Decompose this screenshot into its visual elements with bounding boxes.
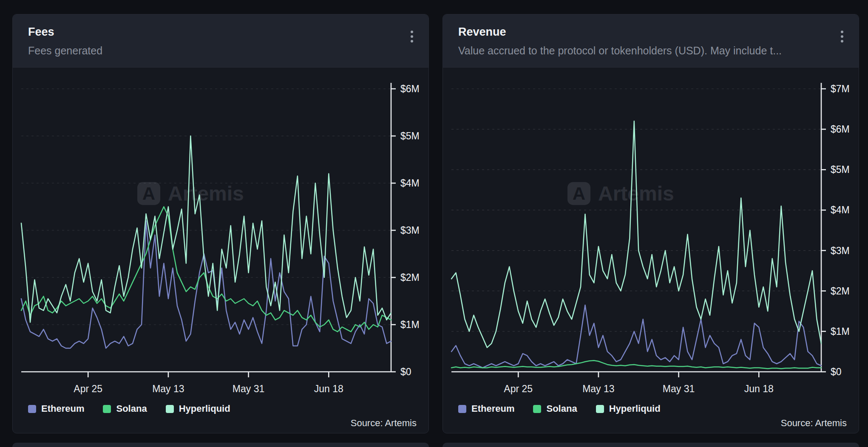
revenue-chart-canvas[interactable]: AArtemis$0$1M$2M$3M$4M$5M$6M$7MApr 25May… xyxy=(443,68,859,403)
fees-chart-legend: Ethereum Solana Hyperliquid xyxy=(25,403,417,414)
kebab-menu-icon[interactable] xyxy=(838,28,846,45)
y-axis-label: $1M xyxy=(831,326,850,337)
y-axis-label: $4M xyxy=(831,204,850,215)
legend-item-ethereum[interactable]: Ethereum xyxy=(28,403,84,414)
y-axis-label: $0 xyxy=(400,366,411,377)
y-axis-label: $5M xyxy=(400,130,420,141)
y-axis-label: $2M xyxy=(831,286,850,297)
legend-item-solana[interactable]: Solana xyxy=(533,403,577,414)
x-axis-label: Jun 18 xyxy=(744,383,774,394)
series-line-hyperliquid xyxy=(451,121,821,348)
x-axis-label: May 13 xyxy=(582,383,614,394)
x-axis-label: May 31 xyxy=(663,383,695,394)
card-subtitle-revenue: Value accrued to the protocol or tokenho… xyxy=(458,45,843,57)
y-axis-label: $3M xyxy=(400,225,420,236)
y-axis-label: $5M xyxy=(831,164,850,175)
x-axis-label: Apr 25 xyxy=(74,383,102,394)
x-axis-label: May 13 xyxy=(152,383,184,394)
y-axis-label: $1M xyxy=(400,319,420,330)
legend-label-ethereum: Ethereum xyxy=(471,403,514,414)
y-axis-label: $4M xyxy=(400,178,420,189)
y-axis-label: $3M xyxy=(831,245,850,256)
fees-chart-canvas[interactable]: AArtemis$0$1M$2M$3M$4M$5M$6MApr 25May 13… xyxy=(13,68,429,403)
series-line-hyperliquid xyxy=(21,136,391,323)
y-axis-label: $0 xyxy=(831,366,842,377)
legend-label-solana: Solana xyxy=(546,403,577,414)
next-card-top-right xyxy=(443,443,859,447)
artemis-watermark: AArtemis xyxy=(137,182,244,205)
fees-card-header: Fees Fees generated xyxy=(13,14,428,68)
source-attribution: Source: Artemis xyxy=(781,418,847,429)
dashboard: Fees Fees generated AArtemis$0$1M$2M$3M$… xyxy=(0,0,868,433)
solana-swatch-icon xyxy=(533,405,541,413)
x-axis-label: Apr 25 xyxy=(504,383,533,394)
revenue-chart-area: AArtemis$0$1M$2M$3M$4M$5M$6M$7MApr 25May… xyxy=(443,68,859,403)
y-axis-label: $6M xyxy=(831,124,850,135)
y-axis-label: $7M xyxy=(831,83,850,94)
legend-item-ethereum[interactable]: Ethereum xyxy=(458,403,514,414)
legend-label-solana: Solana xyxy=(116,403,147,414)
svg-text:Artemis: Artemis xyxy=(168,182,244,205)
revenue-chart-legend: Ethereum Solana Hyperliquid xyxy=(455,403,847,414)
next-card-top-left xyxy=(12,443,429,447)
fees-chart-area: AArtemis$0$1M$2M$3M$4M$5M$6MApr 25May 13… xyxy=(13,68,428,403)
series-line-solana xyxy=(451,360,821,368)
legend-item-solana[interactable]: Solana xyxy=(103,403,147,414)
y-axis-label: $6M xyxy=(400,83,420,94)
legend-label-hyperliquid: Hyperliquid xyxy=(179,403,230,414)
card-subtitle-fees: Fees generated xyxy=(28,45,413,57)
svg-text:A: A xyxy=(142,184,155,204)
x-axis-label: May 31 xyxy=(233,383,264,394)
hyperliquid-swatch-icon xyxy=(166,405,174,413)
revenue-card-footer: Ethereum Solana Hyperliquid Source: Arte… xyxy=(443,403,859,433)
fees-card-footer: Ethereum Solana Hyperliquid Source: Arte… xyxy=(13,403,428,433)
card-title-revenue: Revenue xyxy=(458,25,843,39)
legend-item-hyperliquid[interactable]: Hyperliquid xyxy=(596,403,661,414)
legend-label-ethereum: Ethereum xyxy=(41,403,84,414)
series-line-ethereum xyxy=(21,221,391,348)
solana-swatch-icon xyxy=(103,405,111,413)
series-line-ethereum xyxy=(451,305,821,368)
hyperliquid-swatch-icon xyxy=(596,405,604,413)
next-row-preview xyxy=(0,443,868,447)
card-title-fees: Fees xyxy=(28,25,413,39)
fees-card: Fees Fees generated AArtemis$0$1M$2M$3M$… xyxy=(12,14,429,433)
ethereum-swatch-icon xyxy=(458,405,466,413)
x-axis-label: Jun 18 xyxy=(314,383,343,394)
y-axis-label: $2M xyxy=(400,272,420,283)
artemis-watermark: AArtemis xyxy=(567,182,674,205)
revenue-card-header: Revenue Value accrued to the protocol or… xyxy=(443,14,859,68)
source-attribution: Source: Artemis xyxy=(351,418,417,429)
legend-item-hyperliquid[interactable]: Hyperliquid xyxy=(166,403,230,414)
kebab-menu-icon[interactable] xyxy=(408,28,416,45)
svg-text:A: A xyxy=(573,184,585,204)
revenue-card: Revenue Value accrued to the protocol or… xyxy=(443,14,859,433)
legend-label-hyperliquid: Hyperliquid xyxy=(609,403,661,414)
ethereum-swatch-icon xyxy=(28,405,36,413)
